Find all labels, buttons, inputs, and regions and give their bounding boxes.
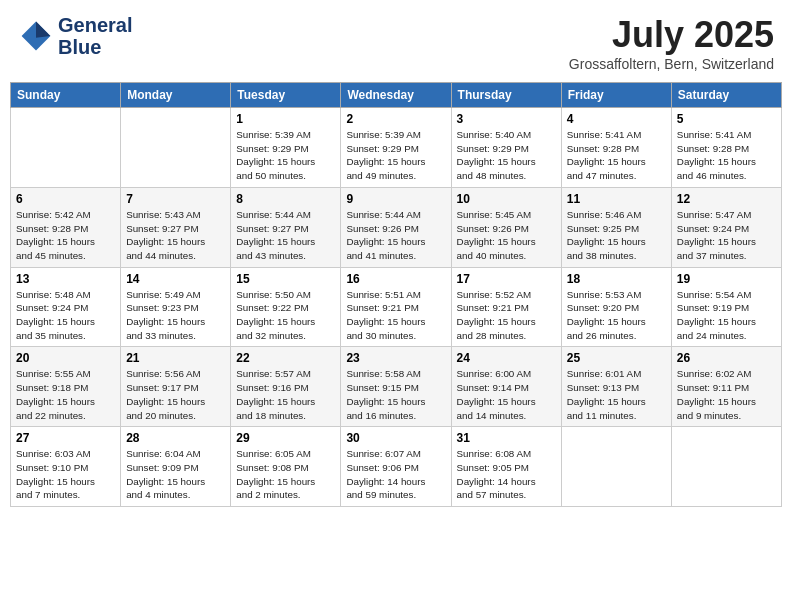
calendar-cell: 20Sunrise: 5:55 AM Sunset: 9:18 PM Dayli… bbox=[11, 347, 121, 427]
weekday-header-cell: Sunday bbox=[11, 83, 121, 108]
day-number: 17 bbox=[457, 272, 556, 286]
calendar-cell: 31Sunrise: 6:08 AM Sunset: 9:05 PM Dayli… bbox=[451, 427, 561, 507]
day-number: 19 bbox=[677, 272, 776, 286]
day-info: Sunrise: 5:43 AM Sunset: 9:27 PM Dayligh… bbox=[126, 208, 225, 263]
day-number: 18 bbox=[567, 272, 666, 286]
day-info: Sunrise: 5:56 AM Sunset: 9:17 PM Dayligh… bbox=[126, 367, 225, 422]
day-info: Sunrise: 6:04 AM Sunset: 9:09 PM Dayligh… bbox=[126, 447, 225, 502]
day-info: Sunrise: 5:53 AM Sunset: 9:20 PM Dayligh… bbox=[567, 288, 666, 343]
calendar-cell: 27Sunrise: 6:03 AM Sunset: 9:10 PM Dayli… bbox=[11, 427, 121, 507]
day-number: 16 bbox=[346, 272, 445, 286]
day-number: 30 bbox=[346, 431, 445, 445]
calendar-cell: 19Sunrise: 5:54 AM Sunset: 9:19 PM Dayli… bbox=[671, 267, 781, 347]
day-number: 13 bbox=[16, 272, 115, 286]
calendar-cell: 5Sunrise: 5:41 AM Sunset: 9:28 PM Daylig… bbox=[671, 108, 781, 188]
day-info: Sunrise: 5:47 AM Sunset: 9:24 PM Dayligh… bbox=[677, 208, 776, 263]
day-info: Sunrise: 5:44 AM Sunset: 9:26 PM Dayligh… bbox=[346, 208, 445, 263]
calendar-cell bbox=[121, 108, 231, 188]
calendar-cell: 23Sunrise: 5:58 AM Sunset: 9:15 PM Dayli… bbox=[341, 347, 451, 427]
day-info: Sunrise: 6:00 AM Sunset: 9:14 PM Dayligh… bbox=[457, 367, 556, 422]
calendar-cell: 14Sunrise: 5:49 AM Sunset: 9:23 PM Dayli… bbox=[121, 267, 231, 347]
month-title: July 2025 bbox=[569, 14, 774, 56]
svg-marker-1 bbox=[36, 22, 50, 38]
calendar-body: 1Sunrise: 5:39 AM Sunset: 9:29 PM Daylig… bbox=[11, 108, 782, 507]
calendar-week-row: 6Sunrise: 5:42 AM Sunset: 9:28 PM Daylig… bbox=[11, 187, 782, 267]
day-info: Sunrise: 6:02 AM Sunset: 9:11 PM Dayligh… bbox=[677, 367, 776, 422]
calendar-cell bbox=[561, 427, 671, 507]
day-number: 31 bbox=[457, 431, 556, 445]
day-info: Sunrise: 6:01 AM Sunset: 9:13 PM Dayligh… bbox=[567, 367, 666, 422]
calendar-cell: 8Sunrise: 5:44 AM Sunset: 9:27 PM Daylig… bbox=[231, 187, 341, 267]
day-info: Sunrise: 5:45 AM Sunset: 9:26 PM Dayligh… bbox=[457, 208, 556, 263]
calendar-cell: 7Sunrise: 5:43 AM Sunset: 9:27 PM Daylig… bbox=[121, 187, 231, 267]
day-info: Sunrise: 6:08 AM Sunset: 9:05 PM Dayligh… bbox=[457, 447, 556, 502]
calendar-cell: 11Sunrise: 5:46 AM Sunset: 9:25 PM Dayli… bbox=[561, 187, 671, 267]
day-info: Sunrise: 5:39 AM Sunset: 9:29 PM Dayligh… bbox=[346, 128, 445, 183]
weekday-header-cell: Wednesday bbox=[341, 83, 451, 108]
calendar-cell: 24Sunrise: 6:00 AM Sunset: 9:14 PM Dayli… bbox=[451, 347, 561, 427]
day-number: 10 bbox=[457, 192, 556, 206]
day-info: Sunrise: 5:48 AM Sunset: 9:24 PM Dayligh… bbox=[16, 288, 115, 343]
calendar-cell bbox=[11, 108, 121, 188]
day-info: Sunrise: 5:40 AM Sunset: 9:29 PM Dayligh… bbox=[457, 128, 556, 183]
day-info: Sunrise: 5:39 AM Sunset: 9:29 PM Dayligh… bbox=[236, 128, 335, 183]
calendar-cell: 10Sunrise: 5:45 AM Sunset: 9:26 PM Dayli… bbox=[451, 187, 561, 267]
calendar-week-row: 1Sunrise: 5:39 AM Sunset: 9:29 PM Daylig… bbox=[11, 108, 782, 188]
day-info: Sunrise: 5:50 AM Sunset: 9:22 PM Dayligh… bbox=[236, 288, 335, 343]
calendar-cell: 16Sunrise: 5:51 AM Sunset: 9:21 PM Dayli… bbox=[341, 267, 451, 347]
day-number: 9 bbox=[346, 192, 445, 206]
page-header: General Blue July 2025 Grossaffoltern, B… bbox=[10, 10, 782, 76]
day-number: 25 bbox=[567, 351, 666, 365]
calendar-cell: 21Sunrise: 5:56 AM Sunset: 9:17 PM Dayli… bbox=[121, 347, 231, 427]
calendar-week-row: 20Sunrise: 5:55 AM Sunset: 9:18 PM Dayli… bbox=[11, 347, 782, 427]
day-info: Sunrise: 5:58 AM Sunset: 9:15 PM Dayligh… bbox=[346, 367, 445, 422]
weekday-header-cell: Friday bbox=[561, 83, 671, 108]
day-number: 20 bbox=[16, 351, 115, 365]
day-info: Sunrise: 6:03 AM Sunset: 9:10 PM Dayligh… bbox=[16, 447, 115, 502]
day-info: Sunrise: 5:55 AM Sunset: 9:18 PM Dayligh… bbox=[16, 367, 115, 422]
day-number: 29 bbox=[236, 431, 335, 445]
day-info: Sunrise: 5:42 AM Sunset: 9:28 PM Dayligh… bbox=[16, 208, 115, 263]
day-number: 21 bbox=[126, 351, 225, 365]
day-number: 14 bbox=[126, 272, 225, 286]
calendar-cell: 18Sunrise: 5:53 AM Sunset: 9:20 PM Dayli… bbox=[561, 267, 671, 347]
day-info: Sunrise: 5:46 AM Sunset: 9:25 PM Dayligh… bbox=[567, 208, 666, 263]
day-info: Sunrise: 5:49 AM Sunset: 9:23 PM Dayligh… bbox=[126, 288, 225, 343]
calendar-week-row: 13Sunrise: 5:48 AM Sunset: 9:24 PM Dayli… bbox=[11, 267, 782, 347]
day-number: 7 bbox=[126, 192, 225, 206]
calendar-cell: 13Sunrise: 5:48 AM Sunset: 9:24 PM Dayli… bbox=[11, 267, 121, 347]
calendar-table: SundayMondayTuesdayWednesdayThursdayFrid… bbox=[10, 82, 782, 507]
calendar-cell: 1Sunrise: 5:39 AM Sunset: 9:29 PM Daylig… bbox=[231, 108, 341, 188]
day-number: 26 bbox=[677, 351, 776, 365]
calendar-cell: 29Sunrise: 6:05 AM Sunset: 9:08 PM Dayli… bbox=[231, 427, 341, 507]
logo: General Blue bbox=[18, 14, 132, 58]
day-number: 22 bbox=[236, 351, 335, 365]
calendar-cell: 22Sunrise: 5:57 AM Sunset: 9:16 PM Dayli… bbox=[231, 347, 341, 427]
calendar-cell: 2Sunrise: 5:39 AM Sunset: 9:29 PM Daylig… bbox=[341, 108, 451, 188]
day-number: 23 bbox=[346, 351, 445, 365]
day-number: 12 bbox=[677, 192, 776, 206]
day-info: Sunrise: 5:52 AM Sunset: 9:21 PM Dayligh… bbox=[457, 288, 556, 343]
calendar-cell: 4Sunrise: 5:41 AM Sunset: 9:28 PM Daylig… bbox=[561, 108, 671, 188]
day-info: Sunrise: 5:51 AM Sunset: 9:21 PM Dayligh… bbox=[346, 288, 445, 343]
weekday-header-cell: Tuesday bbox=[231, 83, 341, 108]
day-info: Sunrise: 5:41 AM Sunset: 9:28 PM Dayligh… bbox=[567, 128, 666, 183]
logo-icon bbox=[18, 18, 54, 54]
day-number: 11 bbox=[567, 192, 666, 206]
day-number: 8 bbox=[236, 192, 335, 206]
day-number: 3 bbox=[457, 112, 556, 126]
calendar-cell: 12Sunrise: 5:47 AM Sunset: 9:24 PM Dayli… bbox=[671, 187, 781, 267]
day-number: 5 bbox=[677, 112, 776, 126]
day-number: 1 bbox=[236, 112, 335, 126]
calendar-cell: 15Sunrise: 5:50 AM Sunset: 9:22 PM Dayli… bbox=[231, 267, 341, 347]
day-number: 6 bbox=[16, 192, 115, 206]
day-number: 24 bbox=[457, 351, 556, 365]
calendar-cell: 17Sunrise: 5:52 AM Sunset: 9:21 PM Dayli… bbox=[451, 267, 561, 347]
day-number: 2 bbox=[346, 112, 445, 126]
weekday-header-row: SundayMondayTuesdayWednesdayThursdayFrid… bbox=[11, 83, 782, 108]
calendar-cell bbox=[671, 427, 781, 507]
calendar-cell: 30Sunrise: 6:07 AM Sunset: 9:06 PM Dayli… bbox=[341, 427, 451, 507]
title-block: July 2025 Grossaffoltern, Bern, Switzerl… bbox=[569, 14, 774, 72]
day-number: 28 bbox=[126, 431, 225, 445]
day-info: Sunrise: 5:54 AM Sunset: 9:19 PM Dayligh… bbox=[677, 288, 776, 343]
